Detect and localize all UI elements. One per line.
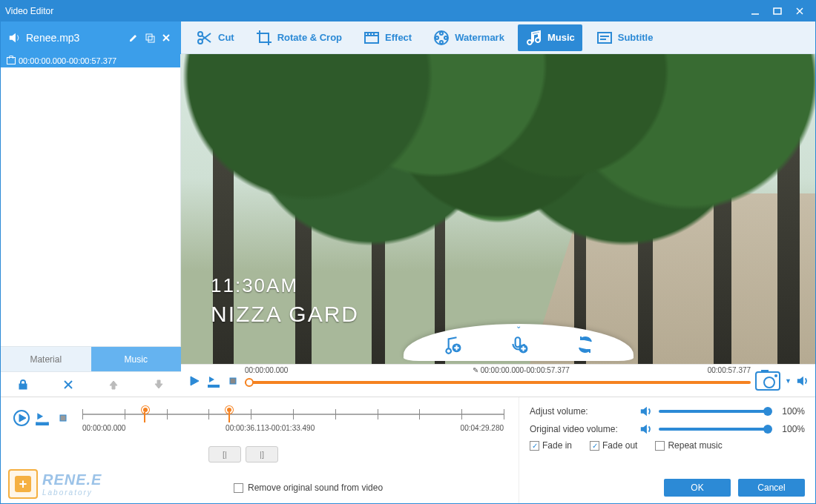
close-button[interactable] bbox=[789, 4, 811, 19]
timeline-start-label: 00:00:00.000 bbox=[82, 424, 125, 432]
replace-music-button[interactable] bbox=[574, 334, 596, 356]
set-in-button[interactable]: [| bbox=[208, 446, 241, 462]
svg-point-21 bbox=[435, 31, 448, 44]
svg-marker-4 bbox=[10, 33, 16, 43]
sidebar-tabs: Material Music bbox=[1, 346, 181, 371]
move-down-button[interactable] bbox=[144, 375, 174, 394]
main-toolbar: Cut Rotate & Crop Effect Watermark Music… bbox=[181, 21, 815, 54]
svg-rect-5 bbox=[146, 34, 152, 40]
main-panel: Cut Rotate & Crop Effect Watermark Music… bbox=[181, 21, 815, 397]
timeline-export-button[interactable] bbox=[33, 409, 51, 427]
video-preview[interactable]: 11:30AM NIZZA GARD ⌄ bbox=[181, 54, 815, 364]
svg-point-25 bbox=[435, 36, 438, 39]
tool-music[interactable]: Music bbox=[518, 24, 582, 51]
original-volume-value: 100% bbox=[774, 424, 805, 434]
window-title: Video Editor bbox=[5, 6, 744, 16]
svg-rect-43 bbox=[60, 415, 66, 421]
snapshot-button[interactable] bbox=[755, 371, 780, 391]
adjust-volume-slider[interactable] bbox=[659, 410, 768, 413]
crop-icon bbox=[255, 29, 273, 47]
ok-button[interactable]: OK bbox=[664, 479, 731, 497]
tool-effect[interactable]: Effect bbox=[355, 24, 419, 51]
original-volume-row: Original video volume: 100% bbox=[530, 422, 805, 436]
svg-marker-42 bbox=[37, 413, 43, 420]
add-voiceover-button[interactable] bbox=[507, 334, 530, 356]
lock-button[interactable] bbox=[8, 375, 38, 394]
snapshot-dropdown-icon[interactable]: ▼ bbox=[785, 377, 792, 385]
edit-icon[interactable] bbox=[126, 30, 141, 45]
remove-original-sound-checkbox[interactable]: Remove original sound from video bbox=[234, 483, 383, 493]
sidebar-header: Renee.mp3 bbox=[1, 21, 181, 54]
timeline-mid-label: 00:00:36.113-00:01:33.490 bbox=[226, 424, 315, 432]
svg-marker-41 bbox=[19, 414, 26, 422]
svg-point-23 bbox=[444, 36, 447, 39]
subtitle-icon bbox=[596, 29, 613, 47]
sidebar: Renee.mp3 00:00:00.000-00:00:57.377 Mate… bbox=[1, 21, 181, 397]
timeline-end-label: 00:04:29.280 bbox=[461, 424, 504, 432]
clip-list: 00:00:00.000-00:00:57.377 bbox=[1, 54, 181, 346]
export-button[interactable] bbox=[206, 374, 221, 388]
svg-marker-37 bbox=[209, 377, 214, 382]
scissors-icon bbox=[196, 29, 214, 47]
collapse-caret-icon[interactable]: ⌄ bbox=[516, 322, 521, 330]
adjust-volume-label: Adjust volume: bbox=[530, 406, 634, 417]
original-volume-slider[interactable] bbox=[659, 428, 768, 431]
clip-range-label: 00:00:00.000-00:00:57.377 bbox=[19, 56, 116, 65]
stop-button[interactable] bbox=[226, 374, 240, 388]
clip-item[interactable]: 00:00:00.000-00:00:57.377 bbox=[1, 54, 180, 67]
bracket-buttons: [| |] bbox=[208, 446, 278, 462]
scrub-end-label: 00:00:57.377 bbox=[708, 366, 751, 374]
maximize-button[interactable] bbox=[766, 4, 789, 19]
scrub-start-label: 00:00:00.000 bbox=[245, 366, 288, 374]
repeat-music-checkbox[interactable]: Repeat music bbox=[655, 440, 722, 451]
minimize-button[interactable] bbox=[744, 4, 766, 19]
scrub-range-label: ✎ 00:00:00.000-00:00:57.377 bbox=[473, 366, 570, 374]
timeline-track[interactable]: 00:00:00.000 00:00:36.113-00:01:33.490 0… bbox=[82, 406, 504, 436]
timeline-play-button[interactable] bbox=[13, 409, 30, 427]
adjust-volume-value: 100% bbox=[774, 406, 805, 417]
overlay-line2: NIZZA GARD bbox=[211, 302, 359, 327]
title-bar: Video Editor bbox=[1, 1, 815, 21]
svg-point-22 bbox=[440, 32, 443, 35]
svg-rect-1 bbox=[774, 8, 781, 14]
scrubber-track[interactable]: 00:00:00.000 ✎ 00:00:00.000-00:00:57.377… bbox=[245, 365, 751, 397]
add-music-button[interactable] bbox=[441, 334, 463, 356]
svg-rect-26 bbox=[598, 33, 611, 43]
svg-rect-6 bbox=[148, 36, 154, 42]
svg-marker-39 bbox=[797, 376, 803, 385]
adjust-volume-speaker-icon[interactable] bbox=[639, 405, 653, 418]
overlay-line1: 11:30AM bbox=[211, 274, 359, 297]
sidebar-toolbar bbox=[1, 371, 181, 397]
tool-rotate-crop[interactable]: Rotate & Crop bbox=[248, 24, 349, 51]
film-icon bbox=[363, 29, 381, 47]
copy-icon[interactable] bbox=[142, 30, 157, 45]
fade-in-checkbox[interactable]: ✓Fade in bbox=[530, 440, 572, 451]
reel-icon bbox=[432, 29, 450, 47]
remove-icon[interactable] bbox=[159, 30, 174, 45]
tab-material[interactable]: Material bbox=[1, 347, 91, 371]
tool-cut[interactable]: Cut bbox=[188, 24, 242, 51]
svg-rect-32 bbox=[516, 337, 521, 347]
fade-out-checkbox[interactable]: ✓Fade out bbox=[590, 440, 637, 451]
set-out-button[interactable]: |] bbox=[246, 446, 278, 462]
play-button[interactable] bbox=[187, 374, 202, 388]
adjust-volume-row: Adjust volume: 100% bbox=[530, 405, 805, 418]
preview-scrubber: 00:00:00.000 ✎ 00:00:00.000-00:00:57.377… bbox=[181, 364, 815, 397]
tab-music[interactable]: Music bbox=[91, 347, 182, 371]
clip-icon bbox=[7, 57, 16, 64]
svg-point-24 bbox=[440, 41, 443, 44]
audio-file-name: Renee.mp3 bbox=[26, 32, 125, 44]
original-volume-speaker-icon[interactable] bbox=[639, 422, 653, 436]
timeline-controls bbox=[13, 409, 72, 427]
delete-button[interactable] bbox=[53, 375, 83, 394]
timeline-stop-button[interactable] bbox=[54, 409, 72, 427]
svg-marker-45 bbox=[641, 425, 647, 434]
cancel-button[interactable]: Cancel bbox=[738, 479, 805, 497]
tool-subtitle[interactable]: Subtitle bbox=[588, 24, 661, 51]
move-up-button[interactable] bbox=[99, 375, 128, 394]
svg-marker-36 bbox=[191, 377, 199, 385]
volume-icon[interactable] bbox=[796, 374, 809, 388]
tool-watermark[interactable]: Watermark bbox=[425, 24, 512, 51]
svg-marker-44 bbox=[641, 407, 647, 417]
footer: Remove original sound from video OK Canc… bbox=[1, 477, 815, 499]
